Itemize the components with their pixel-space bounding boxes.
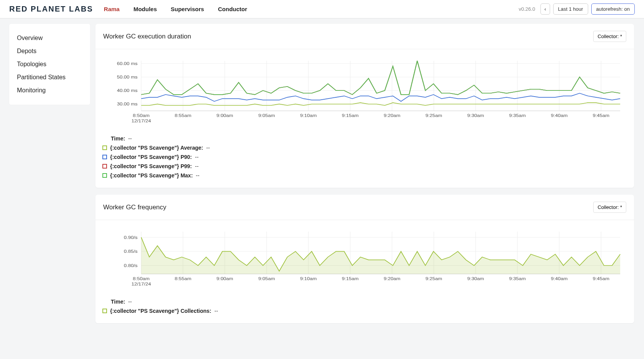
topbar: RED PLANET LABS Rama Modules Supervisors… xyxy=(0,0,644,18)
legend-value: -- xyxy=(214,308,218,314)
legend-time-row: Time: -- xyxy=(102,134,627,143)
legend-row: {:collector "PS Scavenge"} Max:-- xyxy=(102,171,627,180)
legend-row: {:collector "PS Scavenge"} Collections:-… xyxy=(102,306,627,316)
sidebar-item-partitioned-states[interactable]: Partitioned States xyxy=(9,71,90,84)
chart-gc-duration[interactable]: 30.00 ms40.00 ms50.00 ms60.00 ms8:50am8:… xyxy=(105,57,625,126)
legend-time-label: Time: xyxy=(111,135,125,142)
chevron-left-icon: ‹ xyxy=(544,6,546,12)
svg-text:9:05am: 9:05am xyxy=(258,276,275,281)
svg-text:8:55am: 8:55am xyxy=(175,276,191,281)
svg-text:9:40am: 9:40am xyxy=(551,276,567,281)
card-gc-frequency: Worker GC frequency Collector: * 0.80/s0… xyxy=(95,195,634,323)
svg-text:0.85/s: 0.85/s xyxy=(124,249,137,254)
logo: RED PLANET LABS xyxy=(9,5,93,13)
legend-value: -- xyxy=(195,154,198,160)
svg-text:0.90/s: 0.90/s xyxy=(124,235,137,240)
nav-conductor[interactable]: Conductor xyxy=(218,6,247,12)
svg-text:50.00 ms: 50.00 ms xyxy=(117,75,138,80)
legend-row: {:collector "PS Scavenge"} P99:-- xyxy=(102,162,627,171)
card-title: Worker GC frequency xyxy=(103,204,166,211)
card-gc-duration: Worker GC execution duration Collector: … xyxy=(95,24,634,188)
card-header: Worker GC frequency Collector: * xyxy=(95,195,634,220)
svg-text:0.80/s: 0.80/s xyxy=(124,263,137,268)
collector-filter-button[interactable]: Collector: * xyxy=(593,31,626,42)
svg-text:8:50am: 8:50am xyxy=(133,113,149,118)
svg-text:8:50am: 8:50am xyxy=(133,276,149,281)
legend-swatch xyxy=(102,155,107,159)
back-button[interactable]: ‹ xyxy=(540,3,550,15)
svg-text:9:00am: 9:00am xyxy=(216,113,233,118)
chart-area-duration: 30.00 ms40.00 ms50.00 ms60.00 ms8:50am8:… xyxy=(95,49,634,130)
chart-gc-frequency[interactable]: 0.80/s0.85/s0.90/s8:50am8:55am9:00am9:05… xyxy=(105,228,625,289)
sidebar-item-overview[interactable]: Overview xyxy=(9,32,90,45)
topbar-right: v0.26.0 ‹ Last 1 hour autorefresh: on xyxy=(519,3,635,15)
chart-area-frequency: 0.80/s0.85/s0.90/s8:50am8:55am9:00am9:05… xyxy=(95,220,634,293)
legend-duration: Time: -- {:collector "PS Scavenge"} Aver… xyxy=(95,130,634,188)
legend-time-label: Time: xyxy=(111,299,125,305)
svg-text:9:10am: 9:10am xyxy=(300,113,316,118)
svg-text:9:15am: 9:15am xyxy=(342,113,358,118)
legend-value: -- xyxy=(195,163,198,169)
card-title: Worker GC execution duration xyxy=(103,33,191,40)
legend-row: {:collector "PS Scavenge"} Average:-- xyxy=(102,143,627,152)
legend-frequency: Time: -- {:collector "PS Scavenge"} Coll… xyxy=(95,293,634,323)
legend-label: {:collector "PS Scavenge"} Max: xyxy=(110,172,193,179)
svg-text:9:30am: 9:30am xyxy=(467,276,484,281)
autorefresh-button[interactable]: autorefresh: on xyxy=(591,3,635,15)
svg-text:9:20am: 9:20am xyxy=(384,276,400,281)
svg-text:9:35am: 9:35am xyxy=(509,276,525,281)
card-header: Worker GC execution duration Collector: … xyxy=(95,24,634,49)
svg-text:9:45am: 9:45am xyxy=(593,276,609,281)
sidebar-item-depots[interactable]: Depots xyxy=(9,45,90,58)
legend-swatch xyxy=(102,164,107,169)
legend-time-row: Time: -- xyxy=(102,297,627,306)
main-nav: Rama Modules Supervisors Conductor xyxy=(104,6,247,12)
legend-label: {:collector "PS Scavenge"} Average: xyxy=(110,145,203,151)
legend-value: -- xyxy=(206,145,210,151)
legend-swatch xyxy=(102,145,107,150)
legend-time-value: -- xyxy=(128,299,132,305)
nav-supervisors[interactable]: Supervisors xyxy=(171,6,204,12)
collector-filter-button[interactable]: Collector: * xyxy=(593,202,626,213)
svg-text:40.00 ms: 40.00 ms xyxy=(117,88,138,93)
svg-text:12/17/24: 12/17/24 xyxy=(131,119,151,124)
svg-text:9:00am: 9:00am xyxy=(216,276,233,281)
svg-text:9:40am: 9:40am xyxy=(551,113,567,118)
legend-time-value: -- xyxy=(128,135,132,142)
legend-label: {:collector "PS Scavenge"} P90: xyxy=(110,154,192,160)
legend-swatch xyxy=(102,173,107,178)
time-range-button[interactable]: Last 1 hour xyxy=(553,3,588,15)
svg-text:9:10am: 9:10am xyxy=(300,276,316,281)
svg-text:9:45am: 9:45am xyxy=(593,113,609,118)
svg-text:9:30am: 9:30am xyxy=(467,113,484,118)
svg-text:9:25am: 9:25am xyxy=(425,276,442,281)
svg-text:9:20am: 9:20am xyxy=(384,113,400,118)
legend-label: {:collector "PS Scavenge"} Collections: xyxy=(110,308,211,314)
svg-text:9:15am: 9:15am xyxy=(342,276,358,281)
svg-text:60.00 ms: 60.00 ms xyxy=(117,61,138,66)
sidebar-item-monitoring[interactable]: Monitoring xyxy=(9,84,90,97)
sidebar: Overview Depots Topologies Partitioned S… xyxy=(9,24,90,105)
nav-rama[interactable]: Rama xyxy=(104,6,120,12)
svg-text:9:05am: 9:05am xyxy=(258,113,275,118)
version-label: v0.26.0 xyxy=(519,6,535,12)
content: Worker GC execution duration Collector: … xyxy=(90,18,644,342)
sidebar-item-topologies[interactable]: Topologies xyxy=(9,58,90,71)
svg-text:9:25am: 9:25am xyxy=(425,113,442,118)
nav-modules[interactable]: Modules xyxy=(134,6,157,12)
legend-row: {:collector "PS Scavenge"} P90:-- xyxy=(102,152,627,162)
svg-text:30.00 ms: 30.00 ms xyxy=(117,102,138,107)
svg-text:8:55am: 8:55am xyxy=(175,113,191,118)
svg-text:9:35am: 9:35am xyxy=(509,113,525,118)
svg-text:12/17/24: 12/17/24 xyxy=(131,282,151,287)
legend-value: -- xyxy=(196,172,199,179)
legend-label: {:collector "PS Scavenge"} P99: xyxy=(110,163,192,169)
legend-swatch xyxy=(102,309,107,313)
